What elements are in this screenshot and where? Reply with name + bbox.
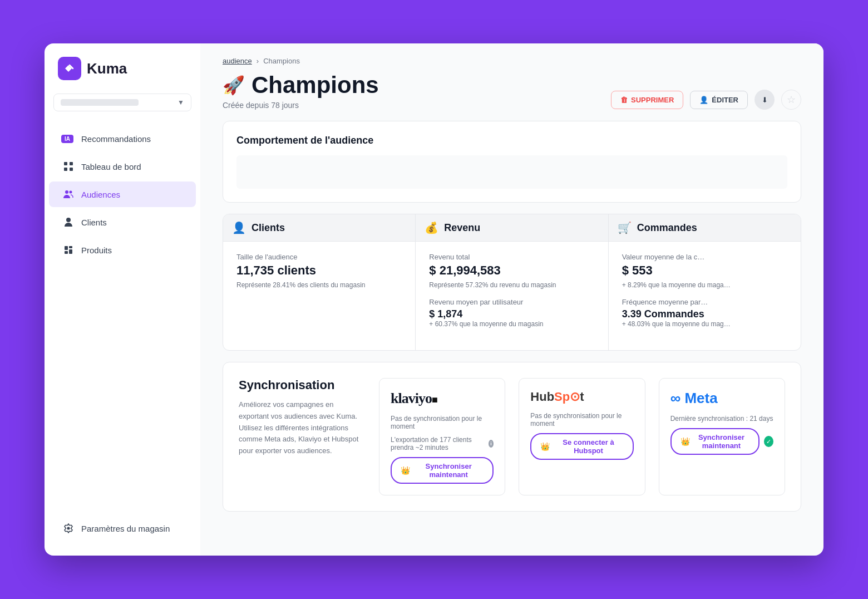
clients-icon: 👤: [232, 221, 246, 234]
chevron-down-icon: ▼: [177, 99, 184, 106]
store-name: [61, 99, 139, 106]
sync-providers: klaviyo■ Pas de synchronisation pour le …: [379, 378, 785, 495]
behavior-title: Comportement de l'audience: [236, 135, 787, 146]
crown-icon: 👑: [680, 437, 690, 446]
meta-status: Dernière synchronisation : 21 days: [670, 415, 773, 423]
svg-rect-9: [65, 251, 68, 254]
svg-point-5: [70, 191, 72, 194]
page-title-row: 🚀 Champions: [223, 72, 379, 99]
person-icon: [62, 216, 75, 228]
sidebar-item-recommandations[interactable]: IA Recommandations: [49, 126, 196, 151]
behavior-section: Comportement de l'audience: [223, 121, 801, 203]
metric-header-revenu: 💰 Revenu: [416, 214, 608, 242]
edit-button[interactable]: 👤 ÉDITER: [690, 91, 748, 109]
commandes-freq-value: 3.39 Commandes: [622, 308, 787, 320]
metric-header-commandes: 🛒 Commandes: [609, 214, 801, 242]
breadcrumb-parent[interactable]: audience: [223, 57, 252, 65]
sidebar-item-tableau-de-bord[interactable]: Tableau de bord: [49, 154, 196, 179]
settings-icon: [62, 522, 75, 534]
trash-icon: 🗑: [620, 96, 628, 104]
download-icon: ⬇: [762, 96, 768, 104]
metrics-row: 👤 Clients Taille de l'audience 11,735 cl…: [223, 214, 801, 351]
klaviyo-sync-button[interactable]: 👑 Synchroniser maintenant: [391, 457, 494, 484]
sidebar-item-label: Paramètres du magasin: [81, 524, 170, 533]
sidebar-item-produits[interactable]: Produits: [49, 237, 196, 263]
hubspot-status: Pas de synchronisation pour le moment: [530, 412, 633, 428]
content-area: Comportement de l'audience 👤 Clients Tai…: [200, 121, 823, 534]
metric-title-commandes: Commandes: [637, 222, 697, 234]
star-icon: ☆: [787, 94, 796, 106]
ia-icon: IA: [62, 132, 75, 145]
commandes-avg-desc: + 8.29% que la moyenne du maga…: [622, 281, 787, 289]
metric-card-revenu: 💰 Revenu Revenu total $ 21,994,583 Repré…: [416, 214, 608, 350]
sidebar-item-parametres[interactable]: Paramètres du magasin: [49, 515, 196, 541]
breadcrumb: audience › Champions: [223, 57, 801, 65]
sidebar-item-label: Clients: [81, 218, 107, 227]
revenu-avg-desc: + 60.37% que la moyenne du magasin: [429, 320, 594, 328]
metric-title-revenu: Revenu: [444, 222, 480, 234]
sidebar-item-label: Produits: [81, 246, 112, 255]
revenu-total-value: $ 21,994,583: [429, 263, 594, 278]
klaviyo-note: L'exportation de 177 clients prendra ~2 …: [391, 436, 494, 451]
page-title: Champions: [251, 72, 379, 99]
people-icon: [62, 188, 75, 200]
sync-info: Synchronisation Améliorez vos campagnes …: [239, 378, 361, 457]
grid-icon: [62, 160, 75, 173]
star-button[interactable]: ☆: [781, 90, 801, 110]
hubspot-connect-button[interactable]: 👑 Se connecter à Hubspot: [530, 433, 633, 460]
revenu-total-desc: Représente 57.32% du revenu du magasin: [429, 281, 594, 289]
crown-icon: 👑: [401, 466, 410, 475]
page-title-icon: 🚀: [223, 75, 245, 96]
commandes-freq-desc: + 48.03% que la moyenne du mag…: [622, 320, 787, 328]
product-icon: [62, 244, 75, 256]
logo-icon: [58, 57, 81, 80]
sidebar-item-audiences[interactable]: Audiences: [49, 181, 196, 207]
main-content: audience › Champions 🚀 Champions Créée d…: [200, 43, 823, 556]
svg-point-4: [65, 190, 68, 194]
delete-button[interactable]: 🗑 SUPPRIMER: [611, 91, 683, 109]
page-subtitle: Créée depuis 78 jours: [223, 101, 379, 110]
klaviyo-status: Pas de synchronisation pour le moment: [391, 415, 494, 430]
svg-rect-8: [69, 246, 72, 248]
breadcrumb-separator: ›: [257, 57, 259, 65]
commandes-freq-label: Fréquence moyenne par…: [622, 298, 787, 306]
commandes-avg-label: Valeur moyenne de la c…: [622, 253, 787, 261]
metric-header-clients: 👤 Clients: [223, 214, 415, 242]
meta-logo: ∞ Meta: [670, 390, 773, 407]
svg-rect-1: [70, 162, 73, 165]
commandes-avg-value: $ 553: [622, 263, 787, 278]
svg-rect-10: [69, 249, 72, 254]
meta-sync-row: 👑 Synchroniser maintenant ✓: [670, 428, 773, 455]
revenu-avg-value: $ 1,874: [429, 308, 594, 320]
main-header: audience › Champions 🚀 Champions Créée d…: [200, 43, 823, 121]
revenue-icon: 💰: [425, 221, 438, 234]
info-icon: i: [489, 440, 494, 448]
svg-point-11: [67, 527, 70, 530]
metric-title-clients: Clients: [251, 222, 285, 234]
sidebar-logo: Kuma: [45, 57, 200, 94]
klaviyo-logo: klaviyo■: [391, 390, 494, 407]
breadcrumb-current: Champions: [263, 57, 300, 65]
sync-provider-klaviyo: klaviyo■ Pas de synchronisation pour le …: [379, 378, 505, 495]
revenu-total-label: Revenu total: [429, 253, 594, 261]
sidebar-item-clients[interactable]: Clients: [49, 209, 196, 235]
svg-rect-7: [65, 246, 68, 250]
download-button[interactable]: ⬇: [754, 90, 775, 110]
sidebar-item-label: Recommandations: [81, 134, 151, 144]
clients-desc: Représente 28.41% des clients du magasin: [236, 281, 402, 289]
metric-card-clients: 👤 Clients Taille de l'audience 11,735 cl…: [223, 214, 416, 350]
svg-point-6: [66, 218, 71, 222]
store-selector[interactable]: ▼: [53, 94, 191, 111]
sidebar: Kuma ▼ IA Recommandations Tableau de bo: [45, 43, 200, 556]
meta-sync-button[interactable]: 👑 Synchroniser maintenant: [670, 428, 760, 455]
hubspot-logo: HubSp⊙t: [530, 390, 633, 404]
revenu-avg-label: Revenu moyen par utilisateur: [429, 298, 594, 306]
header-actions: 🗑 SUPPRIMER 👤 ÉDITER ⬇ ☆: [611, 85, 801, 110]
clients-value: 11,735 clients: [236, 263, 402, 278]
logo-text: Kuma: [87, 60, 127, 77]
sync-provider-meta: ∞ Meta Dernière synchronisation : 21 day…: [659, 378, 785, 495]
orders-icon: 🛒: [618, 221, 632, 234]
sync-provider-hubspot: HubSp⊙t Pas de synchronisation pour le m…: [519, 378, 645, 495]
sidebar-item-label: Tableau de bord: [81, 162, 141, 171]
sync-title: Synchronisation: [239, 378, 361, 392]
